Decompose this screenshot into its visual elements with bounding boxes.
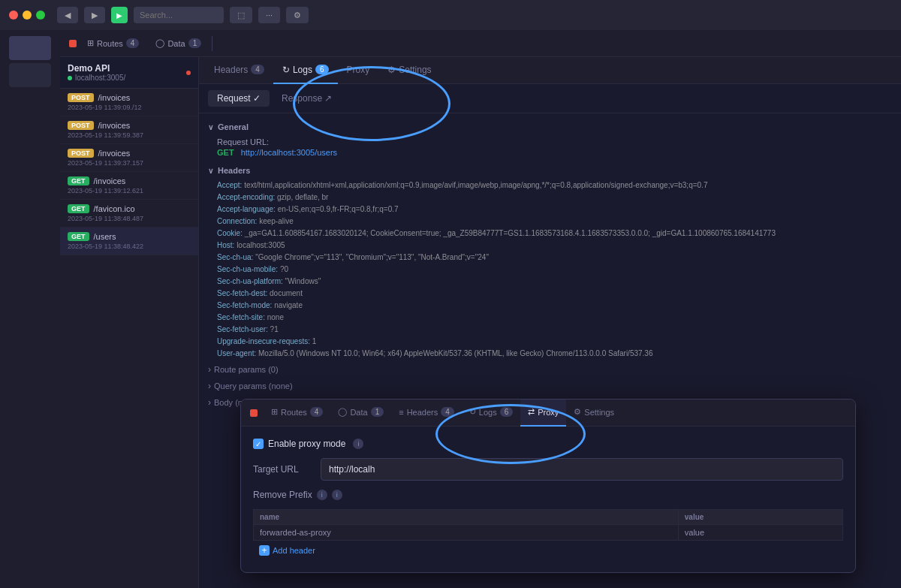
request-tab[interactable]: Request ✓ bbox=[208, 90, 270, 107]
bp-tab-routes[interactable]: ⊞ Routes 4 bbox=[264, 400, 330, 427]
bp-data-badge: 1 bbox=[371, 407, 384, 417]
header-user-agent: User-agent: Mozilla/5.0 (Windows NT 10.0… bbox=[217, 348, 892, 360]
remove-prefix-info-icon-2[interactable]: i bbox=[332, 490, 342, 500]
route-params-section[interactable]: Route params (0) bbox=[199, 361, 901, 378]
headers-section-header[interactable]: Headers bbox=[199, 163, 901, 178]
bp-routes-icon: ⊞ bbox=[271, 407, 278, 417]
search-input[interactable] bbox=[134, 7, 224, 23]
request-time: 2023-05-19 11:39:37.157 bbox=[68, 159, 191, 167]
settings-tab-label: Settings bbox=[399, 65, 431, 75]
traffic-lights bbox=[9, 11, 45, 20]
target-url-input[interactable] bbox=[321, 458, 843, 481]
method-badge: GET bbox=[68, 204, 89, 213]
header-sec-ch-ua-platform: Sec-ch-ua-platform: "Windows" bbox=[217, 276, 892, 288]
localhost-badge: localhost:3005/ bbox=[68, 74, 125, 82]
method-badge: GET bbox=[68, 176, 89, 185]
bp-settings-label: Settings bbox=[584, 408, 614, 417]
request-item[interactable]: POST /invoices 2023-05-19 11:39:37.157 bbox=[60, 144, 198, 172]
add-header-plus-icon: + bbox=[259, 545, 270, 556]
titlebar-nav-back[interactable]: ◀ bbox=[57, 7, 78, 23]
remove-prefix-row: Remove Prefix i i bbox=[253, 490, 843, 500]
titlebar-extra-2[interactable]: ··· bbox=[258, 7, 280, 23]
data-tab-btn[interactable]: ◯ Data 1 bbox=[149, 35, 207, 53]
request-item[interactable]: POST /invoices 2023-05-19 11:39:09./12 bbox=[60, 89, 198, 116]
target-url-label: Target URL bbox=[253, 464, 313, 475]
settings-icon: ⚙ bbox=[387, 65, 396, 75]
enable-proxy-label: Enable proxy mode bbox=[268, 439, 345, 449]
bp-routes-label: Routes bbox=[281, 408, 307, 417]
request-item[interactable]: GET /invoices 2023-05-19 11:39:12.621 bbox=[60, 172, 198, 200]
general-section-header[interactable]: General bbox=[199, 119, 901, 134]
header-accept: Accept: text/html,application/xhtml+xml,… bbox=[217, 179, 892, 191]
bp-tab-logs[interactable]: ↻ Logs 6 bbox=[462, 400, 520, 427]
bp-routes-badge: 4 bbox=[310, 407, 324, 417]
bottom-stop-indicator bbox=[250, 409, 258, 417]
header-upgrade: Upgrade-insecure-requests: 1 bbox=[217, 336, 892, 348]
request-time: 2023-05-19 11:39:12.621 bbox=[68, 187, 191, 194]
maximize-button[interactable] bbox=[36, 11, 45, 20]
bp-headers-label: Headers bbox=[407, 408, 438, 417]
enable-proxy-checkbox-label[interactable]: ✓ Enable proxy mode bbox=[253, 439, 345, 449]
response-tab[interactable]: Response ↗ bbox=[273, 90, 341, 107]
enable-proxy-info-icon[interactable]: i bbox=[353, 439, 363, 449]
bp-logs-badge: 6 bbox=[500, 407, 514, 417]
add-header-row[interactable]: + Add header bbox=[253, 541, 843, 560]
titlebar-extra-3[interactable]: ⚙ bbox=[286, 7, 309, 23]
request-item-active[interactable]: GET /users 2023-05-19 11:38:48.422 bbox=[60, 228, 198, 255]
bp-tab-settings[interactable]: ⚙ Settings bbox=[566, 400, 622, 427]
headers-tab-label: Headers bbox=[214, 65, 248, 75]
remove-prefix-info-icon-1[interactable]: i bbox=[317, 490, 327, 500]
request-url-row: Request URL: GET http://localhost:3005/u… bbox=[199, 134, 901, 163]
titlebar: ◀ ▶ ▶ ⬚ ··· ⚙ bbox=[0, 0, 901, 30]
minimize-button[interactable] bbox=[23, 11, 32, 20]
run-button[interactable]: ▶ bbox=[111, 7, 128, 23]
headers-col-value: value bbox=[678, 510, 842, 525]
sidebar bbox=[0, 30, 60, 588]
proxy-tab-label: Proxy bbox=[347, 65, 370, 75]
enable-proxy-row: ✓ Enable proxy mode i bbox=[253, 439, 843, 449]
sidebar-item-2[interactable] bbox=[9, 63, 51, 87]
proxy-header-name-cell[interactable]: forwarded-as-proxy bbox=[254, 525, 679, 541]
sidebar-item-1[interactable] bbox=[9, 36, 51, 60]
logs-tab-label: Logs bbox=[293, 65, 312, 75]
request-path: /users bbox=[94, 232, 116, 241]
enable-proxy-checkbox[interactable]: ✓ bbox=[253, 439, 264, 449]
request-time: 2023-05-19 11:39:09./12 bbox=[68, 104, 191, 111]
titlebar-nav-forward[interactable]: ▶ bbox=[84, 7, 105, 23]
header-host: Host: localhost:3005 bbox=[217, 240, 892, 252]
bp-tab-headers[interactable]: ≡ Headers 4 bbox=[391, 400, 462, 427]
tab-headers[interactable]: Headers 4 bbox=[205, 57, 273, 84]
tab-proxy[interactable]: Proxy bbox=[338, 57, 379, 84]
tab-logs[interactable]: ↻ Logs 6 bbox=[273, 57, 338, 84]
api-name-label: Demo API bbox=[68, 63, 125, 74]
header-cookie: Cookie: _ga=GA1.1.608854167.1683020124; … bbox=[217, 228, 892, 240]
request-item[interactable]: GET /favicon.ico 2023-05-19 11:38:48.487 bbox=[60, 200, 198, 228]
method-label: GET bbox=[217, 148, 234, 157]
routes-icon: ⊞ bbox=[87, 38, 94, 48]
header-sec-fetch-mode: Sec-fetch-mode: navigate bbox=[217, 300, 892, 312]
header-connection: Connection: keep-alive bbox=[217, 216, 892, 228]
routes-label: Routes bbox=[97, 39, 123, 48]
proxy-header-value-cell[interactable]: value bbox=[678, 525, 842, 541]
query-params-section[interactable]: Query params (none) bbox=[199, 378, 901, 394]
request-url-label: Request URL: bbox=[217, 137, 892, 146]
bp-proxy-icon: ⇄ bbox=[528, 407, 535, 417]
header-sec-ch-ua-mobile: Sec-ch-ua-mobile: ?0 bbox=[217, 264, 892, 276]
stop-indicator bbox=[69, 40, 77, 47]
query-params-label: Query params (none) bbox=[214, 381, 293, 390]
request-time: 2023-05-19 11:39:59.387 bbox=[68, 131, 191, 139]
bp-logs-icon: ↻ bbox=[469, 407, 476, 417]
bp-tab-data[interactable]: ◯ Data 1 bbox=[330, 400, 391, 427]
bottom-panel-tabs: ⊞ Routes 4 ◯ Data 1 ≡ Headers 4 ↻ Logs 6… bbox=[264, 400, 846, 427]
titlebar-extra-1[interactable]: ⬚ bbox=[230, 7, 252, 23]
bp-tab-proxy[interactable]: ⇄ Proxy bbox=[520, 400, 566, 427]
bp-data-label: Data bbox=[350, 408, 367, 417]
routes-tab-btn[interactable]: ⊞ Routes 4 bbox=[81, 35, 145, 53]
close-button[interactable] bbox=[9, 11, 18, 20]
request-item[interactable]: POST /invoices 2023-05-19 11:39:59.387 bbox=[60, 116, 198, 144]
tab-settings[interactable]: ⚙ Settings bbox=[378, 57, 440, 84]
data-label: Data bbox=[167, 39, 185, 48]
req-res-tabs: Request ✓ Response ↗ bbox=[199, 84, 901, 113]
bottom-proxy-panel: ⊞ Routes 4 ◯ Data 1 ≡ Headers 4 ↻ Logs 6… bbox=[240, 399, 856, 573]
target-url-row: Target URL bbox=[253, 458, 843, 481]
